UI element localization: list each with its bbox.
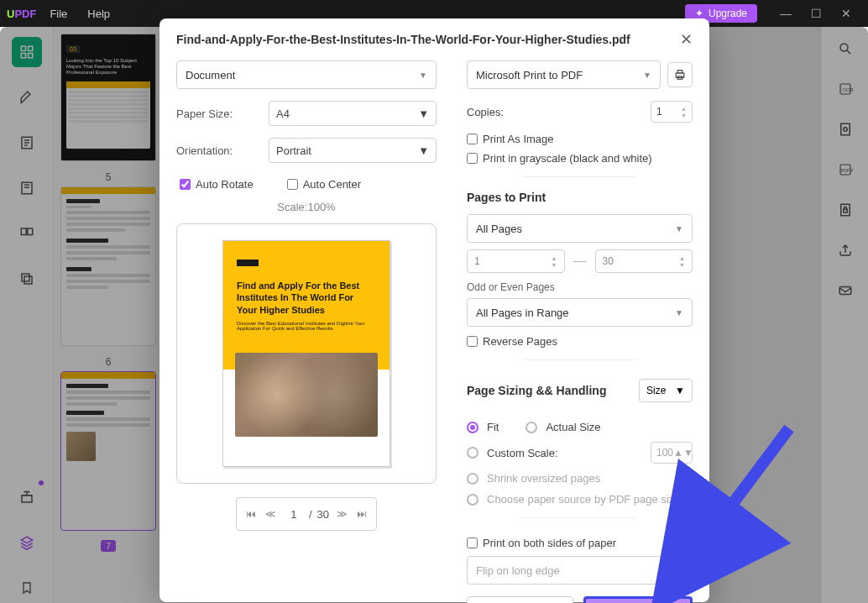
prev-page-icon[interactable]: ≪: [264, 501, 279, 527]
dialog-title: Find-and-Apply-For-the-Best-Institutes-I…: [176, 33, 680, 46]
app-logo: UPDF: [7, 8, 36, 20]
preview-photo: [235, 353, 378, 437]
sizing-title: Page Sizing && Handling: [467, 384, 606, 397]
svg-rect-22: [677, 71, 682, 73]
chevron-down-icon: ▼: [418, 144, 429, 157]
last-page-icon[interactable]: ⏭: [354, 501, 369, 527]
print-dialog: Find-and-Apply-For-the-Best-Institutes-I…: [159, 18, 709, 602]
flip-select: Flip on long edge▼: [467, 556, 693, 585]
chevron-down-icon: ▼: [643, 71, 651, 80]
menu-help[interactable]: Help: [87, 8, 110, 20]
chevron-down-icon: ▼: [675, 224, 683, 233]
copies-label: Copies:: [467, 106, 504, 118]
choose-source-radio[interactable]: Choose paper source by PDF page size: [467, 493, 693, 506]
preview-pager: ⏮ ≪ 1 / 30 ≫ ⏭: [176, 497, 437, 531]
odd-even-select[interactable]: All Pages in Range▼: [467, 298, 693, 327]
chevron-down-icon: ▼: [675, 385, 685, 396]
print-grayscale-checkbox[interactable]: Print in grayscale (black and white): [467, 152, 693, 165]
preview-title: Find and Apply For the Best Institutes I…: [237, 280, 376, 316]
fit-radio[interactable]: Fit: [467, 421, 499, 433]
odd-even-label: Odd or Even Pages: [467, 281, 693, 293]
copies-input[interactable]: 1▲▼: [651, 101, 693, 123]
preview-subtitle: Discover the Best Educational Institutes…: [237, 321, 376, 331]
chevron-down-icon: ▼: [675, 308, 683, 317]
minimize-icon[interactable]: —: [771, 7, 801, 20]
pages-to-print-title: Pages to Print: [467, 191, 693, 204]
chevron-down-icon: ▼: [418, 107, 429, 120]
svg-line-24: [714, 428, 789, 529]
close-window-icon[interactable]: ✕: [831, 7, 861, 20]
printer-properties-icon[interactable]: [667, 62, 693, 87]
printer-select[interactable]: Microsoft Print to PDF▼: [467, 60, 661, 89]
shrink-radio[interactable]: Shrink oversized pages: [467, 472, 693, 485]
current-page-input[interactable]: 1: [284, 508, 304, 521]
menu-file[interactable]: File: [50, 8, 67, 20]
scale-label: Scale:100%: [176, 201, 437, 213]
auto-rotate-checkbox[interactable]: Auto Rotate: [180, 178, 254, 191]
actual-size-radio[interactable]: Actual Size: [526, 421, 600, 433]
chevron-down-icon: ▼: [675, 566, 683, 575]
total-pages: 30: [317, 508, 329, 521]
chevron-down-icon: ▼: [419, 71, 427, 80]
orientation-label: Orientation:: [176, 144, 269, 157]
print-as-image-checkbox[interactable]: Print As Image: [467, 133, 693, 145]
orientation-select[interactable]: Portrait▼: [269, 138, 437, 163]
paper-size-label: Paper Size:: [176, 107, 269, 120]
print-preview: Find and Apply For the Best Institutes I…: [176, 223, 437, 484]
print-mode-select[interactable]: Document▼: [176, 60, 437, 89]
range-dash: —: [573, 254, 587, 269]
reverse-pages-checkbox[interactable]: Reverse Pages: [467, 335, 693, 348]
both-sides-checkbox[interactable]: Print on both sides of paper: [467, 537, 693, 549]
page-range-select[interactable]: All Pages▼: [467, 214, 693, 243]
range-to-input[interactable]: 30▲▼: [595, 249, 693, 273]
sizing-mode-select[interactable]: Size▼: [639, 379, 693, 402]
cancel-button[interactable]: Cancel: [467, 596, 573, 603]
next-page-icon[interactable]: ≫: [334, 501, 349, 527]
close-icon[interactable]: ✕: [680, 30, 693, 49]
custom-scale-radio[interactable]: Custom Scale:: [467, 447, 558, 459]
annotation-arrow: [688, 412, 806, 554]
range-from-input[interactable]: 1▲▼: [467, 249, 565, 273]
first-page-icon[interactable]: ⏮: [243, 501, 259, 527]
custom-scale-input[interactable]: 100▲▼: [651, 442, 693, 464]
auto-center-checkbox[interactable]: Auto Center: [287, 178, 361, 191]
print-button[interactable]: Print: [583, 596, 693, 603]
paper-size-select[interactable]: A4▼: [269, 101, 437, 126]
maximize-icon[interactable]: ☐: [801, 7, 831, 20]
